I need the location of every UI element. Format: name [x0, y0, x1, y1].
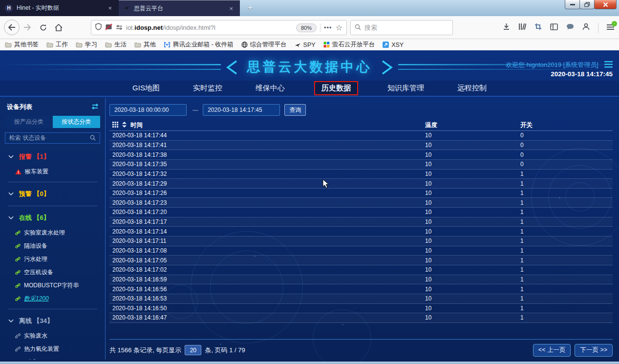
titlebar: H Hinet - 实时数据 × 思普云平台 × +	[0, 0, 619, 16]
account-icon[interactable]	[582, 23, 590, 32]
page-actions-icon[interactable]: •••	[324, 24, 332, 31]
device-item[interactable]: 实验废水	[0, 329, 105, 343]
column-header-temperature[interactable]: 温度	[425, 121, 520, 129]
zoom-level-badge[interactable]: 80%	[296, 23, 317, 32]
bookmark-item[interactable]: 生活	[105, 41, 127, 49]
reload-icon[interactable]	[35, 24, 51, 31]
device-item[interactable]: 数采1200	[0, 292, 105, 305]
url-text[interactable]: iot.idosp.net/idosp/index.html?l	[126, 24, 215, 31]
device-item[interactable]: 污水处理	[0, 253, 105, 266]
close-tab-icon[interactable]: ×	[106, 4, 114, 12]
table-row[interactable]: 2020-03-18 14:17:29101	[109, 179, 613, 189]
device-group-header[interactable]: 离线 【34】	[0, 313, 105, 329]
query-button[interactable]: 查询	[284, 104, 306, 116]
restore-button[interactable]	[579, 0, 595, 9]
table-row[interactable]: 2020-03-18 14:17:08101	[109, 246, 613, 256]
table-row[interactable]: 2020-03-18 14:17:02101	[109, 265, 613, 275]
table-row[interactable]: 2020-03-18 14:17:05101	[109, 256, 613, 265]
browser-tab-hinet[interactable]: H Hinet - 实时数据 ×	[0, 0, 119, 16]
device-item[interactable]: 热力氧化装置	[0, 343, 105, 356]
bookmark-item[interactable]: 综合管理平台	[241, 41, 287, 49]
device-group-header[interactable]: 报警 【1】	[0, 149, 105, 165]
forward-button[interactable]	[20, 24, 35, 31]
tab-by-status[interactable]: 按状态分类	[53, 116, 101, 128]
table-row[interactable]: 2020-03-18 14:17:44100	[109, 131, 613, 141]
table-row[interactable]: 2020-03-18 14:17:26101	[109, 189, 613, 198]
table-row[interactable]: 2020-03-18 14:17:23101	[109, 198, 613, 208]
nav-tab-5[interactable]: 知识库管理	[384, 82, 428, 95]
permissions-icon[interactable]	[116, 23, 123, 32]
bookmark-star-icon[interactable]: ☆	[336, 23, 342, 32]
prev-page-button[interactable]: << 上一页	[533, 344, 571, 357]
table-row[interactable]: 2020-03-18 14:17:38100	[109, 150, 613, 160]
device-item[interactable]: 猴车装置	[0, 165, 105, 178]
table-row[interactable]: 2020-03-18 14:17:11101	[109, 236, 613, 246]
device-group-header[interactable]: 在线 【6】	[0, 210, 105, 226]
table-row[interactable]: 2020-03-18 14:17:32101	[109, 170, 613, 179]
table-row[interactable]: 2020-03-18 14:16:53101	[109, 294, 613, 304]
swap-icon[interactable]	[91, 103, 99, 111]
bookmark-item[interactable]: 其他	[134, 41, 156, 49]
table-row[interactable]: 2020-03-18 14:17:41100	[109, 141, 613, 150]
table-row[interactable]: 2020-03-18 14:16:56101	[109, 284, 613, 294]
cell-time: 2020-03-18 14:17:11	[109, 237, 425, 244]
device-item[interactable]: 空压机设备	[0, 266, 105, 279]
columns-grid-icon[interactable]	[112, 122, 118, 129]
device-item[interactable]: 实验室废水处理	[0, 226, 105, 239]
table-row[interactable]: 2020-03-18 14:16:50101	[109, 304, 613, 314]
table-row[interactable]: 2020-03-18 14:17:14101	[109, 227, 613, 236]
table-row[interactable]: 2020-03-18 14:16:59101	[109, 275, 613, 285]
downloads-icon[interactable]	[503, 23, 510, 32]
blocked-content-icon[interactable]	[105, 23, 112, 32]
link-icon	[15, 270, 21, 275]
bookmark-item[interactable]: 萤石云开放平台	[323, 41, 375, 49]
back-button[interactable]	[4, 20, 20, 35]
nav-tab-1[interactable]: GIS地图	[128, 82, 164, 95]
nav-tab-6[interactable]: 远程控制	[453, 82, 491, 95]
device-item[interactable]: MODBUSTCP字符串	[0, 279, 105, 292]
home-icon[interactable]	[51, 24, 66, 31]
close-button[interactable]	[594, 0, 617, 9]
page-size-input[interactable]: 20	[185, 345, 201, 355]
new-tab-button[interactable]: +	[244, 1, 256, 14]
bookmark-item[interactable]: 其他书签	[5, 41, 39, 49]
url-bar[interactable]: iot.idosp.net/idosp/index.html?l 80% •••…	[91, 20, 347, 35]
minimize-button[interactable]	[565, 0, 580, 9]
sidebars-icon[interactable]	[550, 23, 558, 32]
table-row[interactable]: 2020-03-18 14:17:17101	[109, 217, 613, 227]
device-item[interactable]: 隔油设备	[0, 239, 105, 253]
cell-switch: 1	[520, 266, 613, 273]
device-item[interactable]: 测试1200	[0, 356, 105, 360]
table-row[interactable]: 2020-03-18 14:17:20101	[109, 208, 613, 217]
table-row[interactable]: 2020-03-18 14:16:47101	[109, 313, 613, 323]
bookmark-item[interactable]: SPY	[295, 42, 316, 48]
search-bar[interactable]: 搜索	[350, 20, 453, 35]
sort-icon[interactable]	[122, 122, 127, 129]
library-icon[interactable]	[518, 23, 526, 32]
menu-icon[interactable]: ↑	[607, 23, 614, 32]
column-header-switch[interactable]: 开关	[520, 121, 613, 129]
nav-tab-3[interactable]: 维保中心	[252, 82, 289, 95]
tab-by-product[interactable]: 按产品分类	[5, 116, 53, 128]
device-search-input[interactable]: 检索 状态设备	[5, 132, 100, 144]
screenshot-icon[interactable]	[534, 23, 542, 32]
table-row[interactable]: 2020-03-18 14:17:35100	[109, 160, 613, 170]
nav-tab-4[interactable]: 历史数据	[314, 81, 358, 95]
nav-tab-2[interactable]: 实时监控	[189, 82, 226, 95]
bookmark-label: XSY	[391, 42, 404, 48]
list-menu-icon[interactable]	[604, 61, 613, 70]
device-group-header[interactable]: 预警 【0】	[0, 186, 105, 202]
search-icon[interactable]	[90, 134, 96, 143]
bookmark-item[interactable]: 工作	[46, 41, 68, 49]
bookmark-item[interactable]: 腾讯企业邮箱 - 收件箱	[164, 41, 234, 49]
end-datetime-input[interactable]: 2020-03-18 14:17:45	[203, 104, 280, 116]
close-tab-icon[interactable]: ×	[227, 4, 235, 13]
column-header-time[interactable]: 时间	[130, 121, 143, 129]
next-page-button[interactable]: 下一页 >>	[575, 344, 613, 357]
browser-tab-sipuyun[interactable]: 思普云平台 ×	[119, 0, 240, 16]
bookmark-item[interactable]: XSY	[383, 42, 404, 48]
chat-bubble-icon[interactable]	[566, 23, 574, 32]
shield-icon[interactable]	[95, 23, 102, 32]
bookmark-item[interactable]: 学习	[76, 41, 97, 49]
start-datetime-input[interactable]: 2020-03-18 00:00:00	[109, 104, 187, 116]
